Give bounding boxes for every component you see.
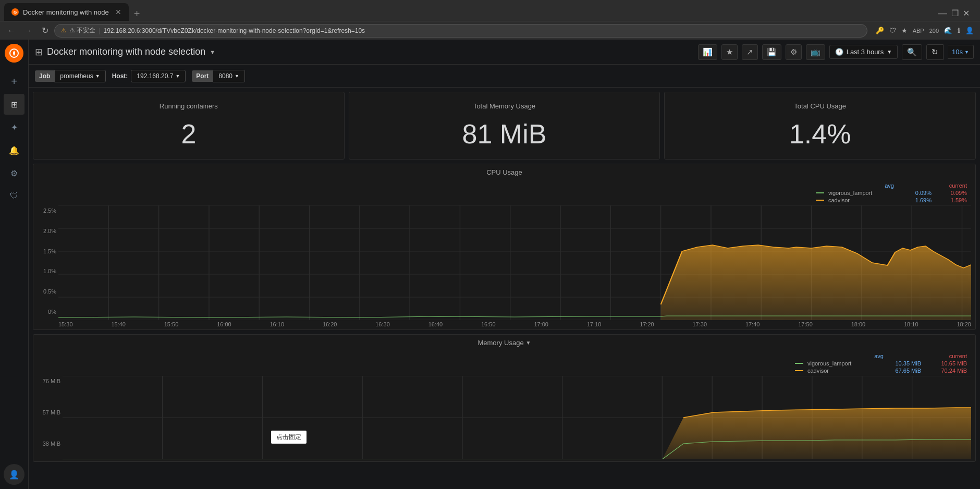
sidebar-item-user[interactable]: 👤 bbox=[4, 464, 24, 485]
sidebar-item-add[interactable]: + bbox=[4, 71, 24, 92]
svg-marker-40 bbox=[63, 408, 971, 459]
nav-key-icon[interactable]: 🔑 bbox=[874, 25, 886, 36]
mem-legend-vigorous-avg: 10.35 MiB bbox=[879, 360, 921, 366]
cpu-usage-title: CPU Usage bbox=[486, 168, 522, 176]
cpu-x-17-30: 17:30 bbox=[693, 321, 707, 327]
star-dashboard-button[interactable]: ★ bbox=[721, 44, 738, 60]
cpu-y-label-1: 0.5% bbox=[38, 288, 56, 295]
host-select[interactable]: 192.168.20.7 ▼ bbox=[131, 70, 186, 82]
time-label: Last 3 hours bbox=[847, 48, 884, 56]
cpu-y-label-3: 1.5% bbox=[38, 248, 56, 254]
stat-panels-row: Running containers 2 Total Memory Usage … bbox=[33, 92, 976, 160]
time-icon: 🕐 bbox=[835, 48, 843, 56]
cpu-y-label-4: 2.0% bbox=[38, 228, 56, 234]
memory-usage-title: Memory Usage bbox=[477, 339, 523, 347]
cpu-x-18-20: 18:20 bbox=[957, 321, 971, 327]
tv-mode-button[interactable]: 📺 bbox=[806, 44, 825, 60]
port-label: Port bbox=[192, 70, 213, 82]
variables-bar: Job prometheus ▼ Host: 192.168.20.7 ▼ Po… bbox=[29, 65, 980, 88]
memory-dropdown-icon[interactable]: ▼ bbox=[526, 340, 531, 346]
cpu-x-16-00: 16:00 bbox=[217, 321, 231, 327]
cpu-y-label-2: 1.0% bbox=[38, 268, 56, 274]
tab-close-icon[interactable]: ✕ bbox=[115, 8, 121, 16]
total-cpu-title: Total CPU Usage bbox=[794, 102, 846, 110]
cpu-x-16-50: 16:50 bbox=[481, 321, 496, 327]
share-button[interactable]: ↗ bbox=[742, 44, 758, 60]
settings-button[interactable]: ⚙ bbox=[786, 44, 802, 60]
mem-y-label-76: 76 MiB bbox=[38, 378, 60, 384]
nav-refresh-button[interactable]: ↻ bbox=[38, 23, 52, 38]
mem-legend-cadvisor-current: 70.24 MiB bbox=[925, 368, 967, 374]
sidebar-item-explore[interactable]: ✦ bbox=[4, 117, 24, 138]
active-tab[interactable]: G Docker monitoring with node ✕ bbox=[4, 3, 129, 21]
nav-count-badge[interactable]: 200 bbox=[927, 25, 941, 36]
cpu-x-16-20: 16:20 bbox=[323, 321, 337, 327]
sidebar-item-settings[interactable]: ⚙ bbox=[4, 163, 24, 184]
sidebar-item-shield[interactable]: 🛡 bbox=[4, 186, 24, 206]
refresh-button[interactable]: ↻ bbox=[926, 44, 944, 60]
port-select[interactable]: 8080 ▼ bbox=[213, 70, 245, 82]
dashboard-title[interactable]: Docker monitoring with node selection bbox=[47, 46, 205, 57]
nav-profile-icon[interactable]: 👤 bbox=[963, 25, 976, 36]
refresh-interval-button[interactable]: 10s ▼ bbox=[948, 45, 974, 59]
cpu-legend-cadvisor-current: 1.59% bbox=[936, 197, 967, 203]
url-display: 192.168.20.6:3000/d/TVvbeZ0Zk/docker-mon… bbox=[103, 27, 365, 34]
main-content: ⊞ Docker monitoring with node selection … bbox=[29, 40, 980, 489]
address-bar[interactable]: ⚠ ⚠ 不安全 | 192.168.20.6:3000/d/TVvbeZ0Zk/… bbox=[54, 24, 867, 38]
new-tab-button[interactable]: + bbox=[129, 6, 145, 21]
dashboard-content: Running containers 2 Total Memory Usage … bbox=[29, 88, 980, 489]
sidebar-item-alerting[interactable]: 🔔 bbox=[4, 140, 24, 161]
cpu-x-16-10: 16:10 bbox=[270, 321, 285, 327]
cpu-legend-cadvisor-avg: 1.69% bbox=[900, 197, 932, 203]
nav-adblock-icon[interactable]: ABP bbox=[911, 25, 926, 36]
cpu-x-17-20: 17:20 bbox=[640, 321, 654, 327]
cpu-legend-avg-header: avg bbox=[863, 182, 894, 189]
job-select[interactable]: prometheus ▼ bbox=[54, 70, 105, 82]
job-label: Job bbox=[35, 70, 54, 82]
cpu-x-17-10: 17:10 bbox=[587, 321, 602, 327]
grafana-logo[interactable] bbox=[5, 44, 23, 63]
mem-y-label-57: 57 MiB bbox=[38, 409, 60, 415]
cpu-x-15-50: 15:50 bbox=[164, 321, 179, 327]
cpu-legend-vigorous-current: 0.09% bbox=[936, 190, 967, 196]
running-containers-value: 2 bbox=[181, 118, 196, 150]
tab-title: Docker monitoring with node bbox=[23, 8, 109, 16]
total-memory-title: Total Memory Usage bbox=[473, 102, 535, 110]
cpu-x-17-40: 17:40 bbox=[745, 321, 760, 327]
mem-legend-avg-header: avg bbox=[852, 353, 884, 359]
running-containers-title: Running containers bbox=[160, 102, 218, 110]
host-label: Host: bbox=[112, 70, 131, 82]
nav-info-icon[interactable]: ℹ bbox=[956, 25, 962, 36]
total-cpu-value: 1.4% bbox=[789, 118, 851, 150]
cpu-x-15-30: 15:30 bbox=[58, 321, 73, 327]
nav-star-icon[interactable]: ★ bbox=[899, 25, 910, 36]
cpu-legend-current-header: current bbox=[936, 182, 967, 189]
host-variable: Host: 192.168.20.7 ▼ bbox=[112, 70, 186, 82]
dashboard-dropdown-icon[interactable]: ▼ bbox=[210, 49, 215, 55]
tooltip-box: 点击固定 bbox=[271, 431, 307, 444]
sidebar-item-dashboards[interactable]: ⊞ bbox=[4, 94, 24, 115]
cpu-x-15-40: 15:40 bbox=[111, 321, 126, 327]
sidebar: + ⊞ ✦ 🔔 ⚙ 🛡 👤 bbox=[0, 40, 29, 489]
nav-forward-button[interactable]: → bbox=[21, 23, 35, 38]
cpu-x-17-50: 17:50 bbox=[798, 321, 813, 327]
port-variable: Port 8080 ▼ bbox=[192, 70, 245, 82]
cpu-usage-panel: CPU Usage avg current vigorous_lamport 0… bbox=[33, 164, 976, 330]
cpu-x-16-40: 16:40 bbox=[428, 321, 443, 327]
total-memory-panel: Total Memory Usage 81 MiB bbox=[349, 92, 660, 160]
cpu-y-label-0: 0% bbox=[38, 309, 56, 315]
nav-shield-icon[interactable]: 🛡 bbox=[887, 25, 898, 36]
svg-marker-25 bbox=[661, 245, 971, 320]
mem-legend-cadvisor-label: cadvisor bbox=[807, 368, 875, 374]
cpu-x-16-30: 16:30 bbox=[375, 321, 390, 327]
mem-legend-vigorous-label: vigorous_lamport bbox=[807, 360, 875, 366]
cpu-x-18-10: 18:10 bbox=[904, 321, 918, 327]
mem-y-label-38: 38 MiB bbox=[38, 441, 60, 447]
mem-legend-current-header: current bbox=[925, 353, 967, 359]
time-picker[interactable]: 🕐 Last 3 hours ▼ bbox=[829, 45, 898, 59]
add-panel-button[interactable]: 📊 bbox=[698, 44, 717, 60]
nav-browser-icon[interactable]: 🌊 bbox=[942, 25, 954, 36]
nav-back-button[interactable]: ← bbox=[4, 23, 19, 38]
save-button[interactable]: 💾 bbox=[762, 44, 781, 60]
search-button[interactable]: 🔍 bbox=[902, 44, 922, 60]
